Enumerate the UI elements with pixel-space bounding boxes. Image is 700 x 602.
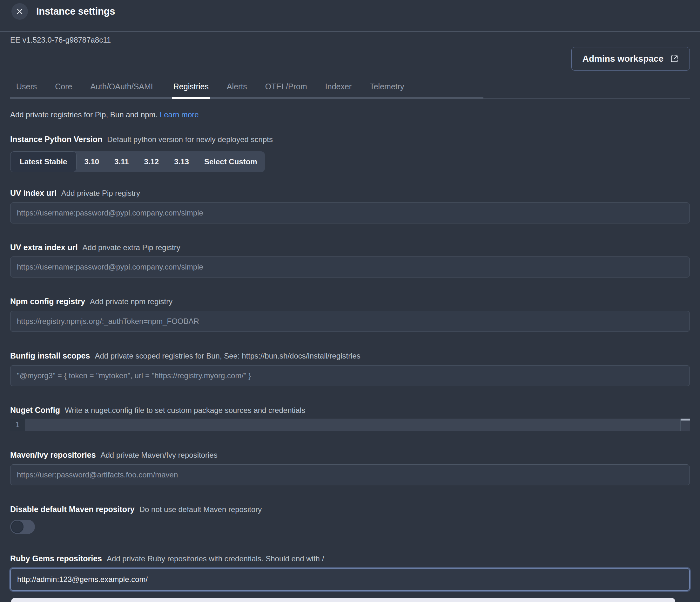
version-label: EE v1.523.0-76-g98787a8c11 — [0, 35, 700, 45]
python-version-option-select-custom[interactable]: Select Custom — [197, 151, 265, 172]
npm-config-registry-input[interactable] — [10, 311, 690, 332]
admins-workspace-label: Admins workspace — [582, 54, 664, 64]
nuget-config-editor[interactable]: 1 — [10, 418, 690, 431]
nuget-config-label: Nuget Config — [10, 406, 60, 414]
tab-otel-prom[interactable]: OTEL/Prom — [264, 77, 309, 97]
tab-bar: UsersCoreAuth/OAuth/SAMLRegistriesAlerts… — [10, 77, 690, 99]
close-icon — [16, 8, 24, 15]
disable-default-maven-label: Disable default Maven repository — [10, 505, 135, 514]
learn-more-link[interactable]: Learn more — [160, 110, 199, 119]
clipped-windmill-heading: Windmill — [0, 32, 700, 34]
page-title: Instance settings — [36, 6, 115, 17]
tab-core[interactable]: Core — [53, 77, 74, 97]
editor-active-line[interactable] — [25, 418, 680, 431]
tab-users[interactable]: Users — [15, 77, 39, 97]
section-bunfig-install-scopes: Bunfig install scopes Add private scoped… — [10, 351, 690, 386]
section-maven-ivy-repositories: Maven/Ivy repositories Add private Maven… — [10, 450, 690, 485]
uv-index-url-input[interactable] — [10, 202, 690, 223]
tab-auth-oauth-saml[interactable]: Auth/OAuth/SAML — [89, 77, 156, 97]
close-button[interactable] — [11, 3, 28, 20]
python-version-option-3-10[interactable]: 3.10 — [77, 151, 107, 172]
section-disable-default-maven: Disable default Maven repository Do not … — [10, 504, 690, 534]
section-python-version: Instance Python Version Default python v… — [10, 135, 690, 172]
section-nuget-config: Nuget Config Write a nuget.config file t… — [10, 405, 690, 431]
maven-ivy-repositories-description: Add private Maven/Ivy repositories — [101, 451, 218, 459]
ruby-gems-repositories-description: Add private Ruby repositories with crede… — [107, 554, 324, 563]
bunfig-install-scopes-description: Add private scoped registries for Bun, S… — [95, 352, 360, 360]
uv-extra-index-url-description: Add private extra Pip registry — [82, 243, 180, 252]
npm-config-registry-label: Npm config registry — [10, 297, 85, 306]
uv-extra-index-url-input[interactable] — [10, 257, 690, 278]
bunfig-install-scopes-label: Bunfig install scopes — [10, 351, 90, 360]
save-button[interactable]: Save — [11, 598, 675, 602]
modal-header: Instance settings — [0, 0, 700, 23]
python-version-segmented-control: Latest Stable3.103.113.123.13Select Cust… — [10, 151, 265, 172]
tab-alerts[interactable]: Alerts — [225, 77, 249, 97]
python-version-label: Instance Python Version — [10, 135, 102, 144]
nuget-config-description: Write a nuget.config file to set custom … — [65, 406, 305, 414]
editor-scrollbar-thumb[interactable] — [681, 418, 690, 420]
tab-registries[interactable]: Registries — [172, 77, 210, 99]
uv-extra-index-url-label: UV extra index url — [10, 243, 78, 252]
section-uv-extra-index-url: UV extra index url Add private extra Pip… — [10, 242, 690, 278]
python-version-option-3-11[interactable]: 3.11 — [107, 151, 136, 172]
maven-ivy-repositories-label: Maven/Ivy repositories — [10, 450, 96, 459]
section-npm-config-registry: Npm config registry Add private npm regi… — [10, 296, 690, 332]
toggle-knob — [11, 521, 24, 533]
python-version-option-3-12[interactable]: 3.12 — [136, 151, 167, 172]
uv-index-url-label: UV index url — [10, 189, 56, 197]
section-uv-index-url: UV index url Add private Pip registry — [10, 188, 690, 223]
python-version-option-latest-stable[interactable]: Latest Stable — [10, 151, 77, 172]
ruby-gems-repositories-input[interactable] — [10, 568, 690, 591]
python-version-option-3-13[interactable]: 3.13 — [167, 151, 197, 172]
intro-text: Add private registries for Pip, Bun and … — [10, 110, 157, 119]
ruby-gems-repositories-label: Ruby Gems repositories — [10, 554, 102, 563]
bunfig-install-scopes-input[interactable] — [10, 365, 690, 386]
section-ruby-gems-repositories: Ruby Gems repositories Add private Ruby … — [10, 554, 690, 591]
external-link-icon — [670, 54, 679, 63]
uv-index-url-description: Add private Pip registry — [61, 189, 140, 197]
disable-default-maven-toggle[interactable] — [10, 520, 35, 534]
tab-indexer[interactable]: Indexer — [324, 77, 353, 97]
disable-default-maven-description: Do not use default Maven repository — [140, 505, 262, 514]
admins-workspace-button[interactable]: Admins workspace — [571, 47, 690, 71]
tab-telemetry[interactable]: Telemetry — [368, 77, 406, 97]
intro-note: Add private registries for Pip, Bun and … — [10, 110, 690, 119]
npm-config-registry-description: Add private npm registry — [90, 297, 172, 306]
editor-line-number: 1 — [10, 418, 25, 431]
maven-ivy-repositories-input[interactable] — [10, 464, 690, 485]
editor-scrollbar-track — [680, 418, 690, 431]
python-version-description: Default python version for newly deploye… — [107, 135, 273, 144]
